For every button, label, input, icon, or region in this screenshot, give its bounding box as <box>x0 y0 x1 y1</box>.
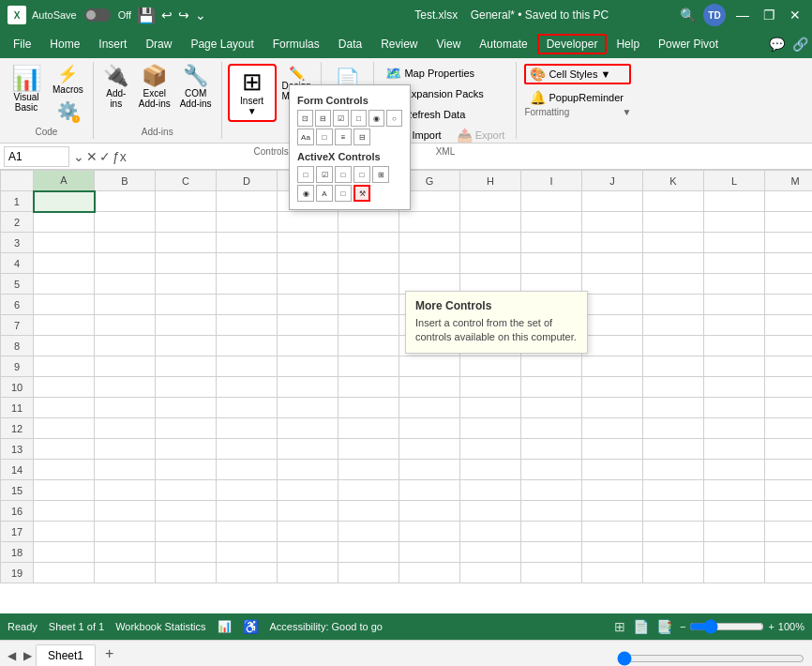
cell-D5[interactable] <box>217 274 278 295</box>
cell-F3[interactable] <box>338 233 399 253</box>
cell-B18[interactable] <box>95 542 156 563</box>
menu-draw[interactable]: Draw <box>136 34 181 54</box>
cell-C2[interactable] <box>156 212 217 233</box>
avatar[interactable]: TD <box>703 4 726 26</box>
cell-name-box[interactable]: A1 <box>4 146 69 167</box>
cell-L16[interactable] <box>704 501 765 522</box>
cell-L1[interactable] <box>704 191 765 212</box>
cell-L4[interactable] <box>704 253 765 274</box>
cell-C3[interactable] <box>156 233 217 253</box>
cell-L13[interactable] <box>704 439 765 460</box>
cell-B8[interactable] <box>95 336 156 356</box>
redo-icon[interactable]: ↪ <box>178 8 189 23</box>
cell-E13[interactable] <box>278 439 338 460</box>
cell-L10[interactable] <box>704 377 765 398</box>
cell-F8[interactable] <box>338 336 399 356</box>
menu-automate[interactable]: Automate <box>470 34 536 54</box>
cell-F4[interactable] <box>338 253 399 274</box>
page-layout-view-btn[interactable]: 📄 <box>633 619 649 634</box>
cell-I17[interactable] <box>521 522 582 542</box>
col-header-L[interactable]: L <box>704 171 765 191</box>
cell-K15[interactable] <box>643 480 704 501</box>
customize-icon[interactable]: ⌄ <box>195 8 206 23</box>
menu-file[interactable]: File <box>4 34 40 54</box>
cell-F15[interactable] <box>338 480 399 501</box>
cell-I12[interactable] <box>521 418 582 439</box>
cell-L11[interactable] <box>704 398 765 418</box>
cell-H4[interactable] <box>460 253 521 274</box>
cell-F14[interactable] <box>338 460 399 480</box>
cell-K13[interactable] <box>643 439 704 460</box>
cell-A14[interactable] <box>34 460 95 480</box>
cell-F11[interactable] <box>338 398 399 418</box>
cell-A12[interactable] <box>34 418 95 439</box>
cell-F19[interactable] <box>338 563 399 583</box>
cell-M13[interactable] <box>765 439 813 460</box>
cell-J8[interactable] <box>582 336 643 356</box>
cell-E16[interactable] <box>278 501 338 522</box>
sheet-scroll-left[interactable]: ◀ <box>4 645 20 666</box>
cell-A1[interactable] <box>34 191 95 212</box>
cell-C10[interactable] <box>156 377 217 398</box>
cell-L6[interactable] <box>704 295 765 315</box>
cell-G12[interactable] <box>399 418 460 439</box>
menu-page-layout[interactable]: Page Layout <box>181 34 263 54</box>
cell-I3[interactable] <box>521 233 582 253</box>
popup-reminder-button[interactable]: 🔔 PopupReminder <box>524 88 631 107</box>
cell-B13[interactable] <box>95 439 156 460</box>
addins-button[interactable]: 🔌 Add-ins <box>99 64 133 111</box>
cell-D9[interactable] <box>217 356 278 377</box>
cell-D13[interactable] <box>217 439 278 460</box>
ax-ctrl-more[interactable]: ⚒ <box>353 185 370 202</box>
cell-I13[interactable] <box>521 439 582 460</box>
cell-B14[interactable] <box>95 460 156 480</box>
formatting-expand-icon[interactable]: ▼ <box>623 107 632 117</box>
insert-function-icon[interactable]: ƒx <box>113 149 127 164</box>
form-ctrl-10[interactable]: ⊟ <box>353 129 370 145</box>
cell-A19[interactable] <box>34 563 95 583</box>
cell-G19[interactable] <box>399 563 460 583</box>
cell-E14[interactable] <box>278 460 338 480</box>
cell-H12[interactable] <box>460 418 521 439</box>
cell-B16[interactable] <box>95 501 156 522</box>
cell-K17[interactable] <box>643 522 704 542</box>
cell-M15[interactable] <box>765 480 813 501</box>
cell-L5[interactable] <box>704 274 765 295</box>
cell-M9[interactable] <box>765 356 813 377</box>
cell-L19[interactable] <box>704 563 765 583</box>
col-header-K[interactable]: K <box>643 171 704 191</box>
cell-G2[interactable] <box>399 212 460 233</box>
cell-M3[interactable] <box>765 233 813 253</box>
restore-button[interactable]: ❐ <box>759 8 778 23</box>
cell-F12[interactable] <box>338 418 399 439</box>
cell-F6[interactable] <box>338 295 399 315</box>
cell-B17[interactable] <box>95 522 156 542</box>
cell-M7[interactable] <box>765 315 813 336</box>
cell-A18[interactable] <box>34 542 95 563</box>
menu-data[interactable]: Data <box>329 34 371 54</box>
cell-H13[interactable] <box>460 439 521 460</box>
cell-G13[interactable] <box>399 439 460 460</box>
cell-M18[interactable] <box>765 542 813 563</box>
autosave-toggle[interactable] <box>84 8 111 22</box>
menu-insert[interactable]: Insert <box>89 34 136 54</box>
cell-F2[interactable] <box>338 212 399 233</box>
cell-J12[interactable] <box>582 418 643 439</box>
cell-C9[interactable] <box>156 356 217 377</box>
cell-J3[interactable] <box>582 233 643 253</box>
close-button[interactable]: ✕ <box>786 8 804 23</box>
form-ctrl-3[interactable]: ☑ <box>333 110 349 127</box>
cell-C5[interactable] <box>156 274 217 295</box>
form-ctrl-6[interactable]: ○ <box>386 110 402 127</box>
cell-D1[interactable] <box>217 191 278 212</box>
cell-M4[interactable] <box>765 253 813 274</box>
cancel-formula-icon[interactable]: ✕ <box>86 149 98 164</box>
cell-H16[interactable] <box>460 501 521 522</box>
cell-I10[interactable] <box>521 377 582 398</box>
cell-K11[interactable] <box>643 398 704 418</box>
page-break-view-btn[interactable]: 📑 <box>656 619 672 634</box>
export-button[interactable]: 📤 Export <box>451 126 511 144</box>
cell-L12[interactable] <box>704 418 765 439</box>
cell-M11[interactable] <box>765 398 813 418</box>
cell-D7[interactable] <box>217 315 278 336</box>
